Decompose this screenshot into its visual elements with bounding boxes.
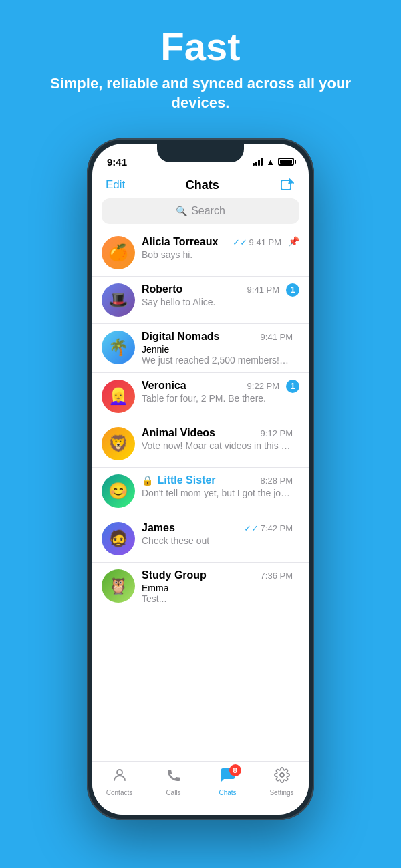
chat-avatar: 😊 <box>102 474 135 508</box>
chat-avatar: 🎩 <box>102 283 135 317</box>
chat-avatar: 🌴 <box>102 331 135 364</box>
chat-header: Roberto 9:41 PM <box>142 283 279 295</box>
search-bar[interactable]: 🔍 Search <box>102 198 299 224</box>
chat-content: Animal Videos 9:12 PM Vote now! Moar cat… <box>142 427 293 451</box>
chat-header: Animal Videos 9:12 PM <box>142 427 293 439</box>
search-placeholder: Search <box>191 205 225 217</box>
tab-item-chats[interactable]: 8 Chats <box>200 767 255 797</box>
chat-preview: JennieWe just reached 2,500 members! WOO… <box>142 344 293 366</box>
chat-name: 🔒 Little Sister <box>142 474 216 486</box>
phone-screen: 9:41 ▲ Edit Chats <box>92 144 309 815</box>
chat-time: ✓✓ 9:41 PM <box>233 237 281 247</box>
chat-avatar: 🦉 <box>102 569 135 603</box>
hero-subtitle: Simple, reliable and synced across all y… <box>27 74 374 113</box>
chat-avatar: 🍊 <box>102 236 135 269</box>
chat-item-roberto[interactable]: 🎩 Roberto 9:41 PM Say hello to Alice. 1 <box>92 277 309 324</box>
chat-name: Roberto <box>142 283 182 295</box>
chat-name: Alicia Torreaux <box>142 236 218 248</box>
signal-bar-4 <box>261 158 263 166</box>
contacts-tab-icon <box>112 767 128 787</box>
calls-tab-label: Calls <box>166 789 180 797</box>
chat-header: Digital Nomads 9:41 PM <box>142 331 293 343</box>
svg-point-2 <box>280 773 284 777</box>
battery-icon <box>278 158 294 166</box>
settings-tab-label: Settings <box>269 789 293 797</box>
search-icon: 🔍 <box>176 206 187 216</box>
chat-meta: 1 <box>286 283 299 297</box>
signal-bar-2 <box>255 162 257 166</box>
chat-item-study[interactable]: 🦉 Study Group 7:36 PM EmmaTest... <box>92 563 309 611</box>
chat-meta: 1 <box>286 380 299 393</box>
svg-point-1 <box>117 770 122 775</box>
chat-name: Animal Videos <box>142 427 215 439</box>
double-check-icon: ✓✓ <box>233 237 247 247</box>
chat-content: James ✓✓ 7:42 PM Check these out <box>142 522 293 546</box>
phone-frame: 9:41 ▲ Edit Chats <box>87 138 314 820</box>
chat-preview: EmmaTest... <box>142 583 293 604</box>
chat-content: Study Group 7:36 PM EmmaTest... <box>142 569 293 604</box>
chat-avatar: 👱‍♀️ <box>102 380 135 413</box>
chats-tab-icon: 8 <box>220 767 236 787</box>
tab-item-contacts[interactable]: Contacts <box>92 767 146 797</box>
tab-badge: 8 <box>229 764 241 776</box>
unread-badge: 1 <box>286 283 299 297</box>
contacts-tab-label: Contacts <box>106 789 132 797</box>
chat-item-alicia[interactable]: 🍊 Alicia Torreaux ✓✓ 9:41 PM Bob says hi… <box>92 229 309 277</box>
chat-name: Study Group <box>142 569 207 581</box>
chat-header: Alicia Torreaux ✓✓ 9:41 PM <box>142 236 281 248</box>
chat-header: James ✓✓ 7:42 PM <box>142 522 293 534</box>
chat-preview: Don't tell mom yet, but I got the job! I… <box>142 488 293 498</box>
chat-preview: Table for four, 2 PM. Be there. <box>142 393 279 404</box>
settings-tab-icon <box>274 767 290 787</box>
chat-item-veronica[interactable]: 👱‍♀️ Veronica 9:22 PM Table for four, 2 … <box>92 373 309 420</box>
chat-name: James <box>142 522 175 534</box>
chat-time: 9:41 PM <box>247 285 279 295</box>
chat-time: 9:41 PM <box>261 332 293 342</box>
chat-preview: Bob says hi. <box>142 249 281 260</box>
lock-icon: 🔒 <box>142 475 153 486</box>
hero-title: Fast <box>27 25 374 68</box>
signal-bar-1 <box>253 163 255 166</box>
chat-content: Veronica 9:22 PM Table for four, 2 PM. B… <box>142 380 279 404</box>
compose-button[interactable] <box>279 177 295 193</box>
chat-time: 7:36 PM <box>261 571 293 581</box>
chats-title: Chats <box>186 178 219 192</box>
chat-content: 🔒 Little Sister 8:28 PM Don't tell mom y… <box>142 474 293 498</box>
tab-item-calls[interactable]: Calls <box>146 767 200 797</box>
chat-time: 8:28 PM <box>261 476 293 486</box>
search-container: 🔍 Search <box>92 198 309 229</box>
chat-item-james[interactable]: 🧔 James ✓✓ 7:42 PM Check these out <box>92 515 309 563</box>
navigation-bar: Edit Chats <box>92 173 309 198</box>
signal-bars-icon <box>253 158 263 166</box>
tab-item-settings[interactable]: Settings <box>255 767 309 797</box>
chat-preview: Vote now! Moar cat videos in this channe… <box>142 440 293 451</box>
wifi-icon: ▲ <box>266 157 275 167</box>
chat-meta: 📌 <box>288 236 299 247</box>
chat-content: Digital Nomads 9:41 PM JennieWe just rea… <box>142 331 293 366</box>
double-check-icon: ✓✓ <box>244 523 259 533</box>
chat-name: Digital Nomads <box>142 331 219 343</box>
chat-time: ✓✓ 7:42 PM <box>244 523 293 533</box>
chat-preview: Check these out <box>142 535 293 546</box>
phone-notch <box>157 144 244 162</box>
calls-tab-icon <box>166 767 182 787</box>
chat-preview: Say hello to Alice. <box>142 297 279 307</box>
edit-button[interactable]: Edit <box>106 178 125 192</box>
phone-wrapper: 9:41 ▲ Edit Chats <box>0 138 401 820</box>
chat-content: Roberto 9:41 PM Say hello to Alice. <box>142 283 279 307</box>
hero-section: Fast Simple, reliable and synced across … <box>0 0 401 132</box>
chat-item-digital[interactable]: 🌴 Digital Nomads 9:41 PM JennieWe just r… <box>92 324 309 373</box>
chat-header: 🔒 Little Sister 8:28 PM <box>142 474 293 486</box>
chat-item-animal[interactable]: 🦁 Animal Videos 9:12 PM Vote now! Moar c… <box>92 420 309 468</box>
signal-bar-3 <box>258 160 260 166</box>
chat-name: Veronica <box>142 380 186 392</box>
chat-avatar: 🦁 <box>102 427 135 460</box>
tab-bar: Contacts Calls 8 Chats Settings <box>92 761 309 815</box>
pin-icon: 📌 <box>288 236 299 247</box>
battery-fill <box>280 160 292 164</box>
chat-time: 9:12 PM <box>261 428 293 438</box>
chat-content: Alicia Torreaux ✓✓ 9:41 PM Bob says hi. <box>142 236 281 260</box>
chat-item-sister[interactable]: 😊 🔒 Little Sister 8:28 PM Don't tell mom… <box>92 468 309 515</box>
chat-avatar: 🧔 <box>102 522 135 555</box>
status-time: 9:41 <box>107 156 127 168</box>
